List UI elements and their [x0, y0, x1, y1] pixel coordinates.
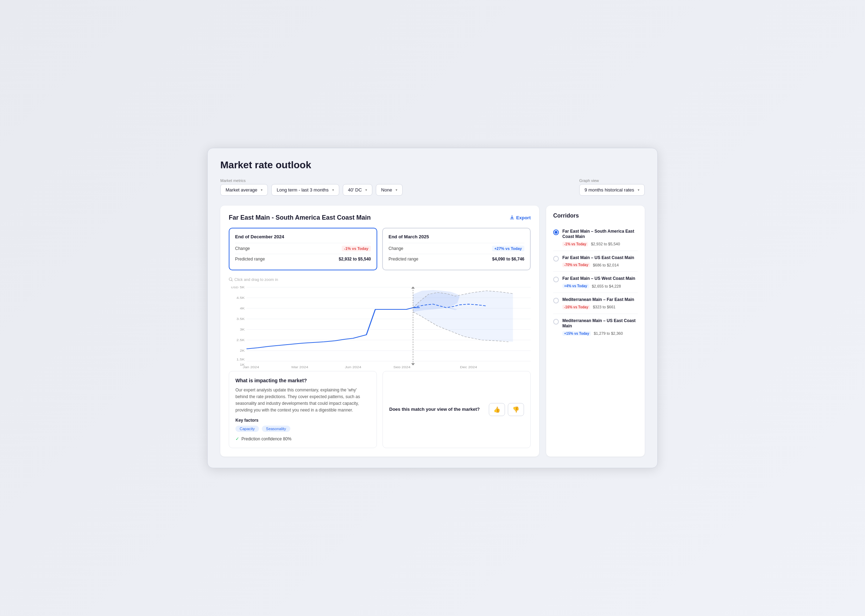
corridor-range-1: $686 to $2,014	[593, 263, 619, 267]
corridor-badge-2: +4% vs Today	[562, 284, 589, 288]
stat-card-dec: End of December 2024 Change -1% vs Today…	[229, 228, 377, 270]
impact-title: What is impacting the market?	[235, 378, 370, 383]
range-label-2: Predicted range	[389, 257, 418, 262]
feedback-text: Does this match your view of the market?	[389, 406, 480, 413]
svg-text:2.5K: 2.5K	[237, 338, 245, 342]
svg-text:Dec 2024: Dec 2024	[460, 365, 477, 368]
corridor-radio-0[interactable]	[553, 229, 559, 235]
impact-text: Our expert analysts update this commenta…	[235, 387, 370, 414]
corridor-radio-1[interactable]	[553, 256, 559, 262]
confidence-icon: ✓	[235, 436, 239, 442]
svg-marker-20	[411, 286, 415, 289]
thumbup-icon: 👍	[493, 407, 501, 413]
export-icon	[510, 215, 515, 220]
range-value-1: $2,932 to $5,540	[339, 257, 371, 262]
tag-seasonality: Seasonality	[262, 426, 290, 432]
corridor-radio-3[interactable]	[553, 298, 559, 303]
corridor-name-4: Mediterranean Main – US East Coast Main	[562, 318, 638, 329]
corridor-item[interactable]: Far East Main – US East Coast Main-70% v…	[553, 251, 638, 272]
none-dropdown[interactable]: None ▾	[376, 184, 403, 196]
chevron-down-icon-3: ▾	[365, 188, 367, 192]
corridor-item[interactable]: Far East Main – South America East Coast…	[553, 225, 638, 251]
corridor-name-0: Far East Main – South America East Coast…	[562, 229, 638, 240]
stat-row-change-2: Change +27% vs Today	[389, 243, 524, 254]
container-dropdown[interactable]: 40' DC ▾	[343, 184, 372, 196]
stat-card-dec-title: End of December 2024	[235, 234, 371, 239]
change-badge-1: -1% vs Today	[342, 246, 371, 251]
svg-text:USD: USD	[231, 286, 239, 289]
zoom-hint: Click and drag to zoom in	[229, 277, 531, 281]
svg-text:2K: 2K	[240, 349, 245, 352]
chevron-down-icon-4: ▾	[396, 188, 397, 192]
tags-container: Capacity Seasonality	[235, 426, 370, 432]
container-group: 40' DC ▾	[343, 178, 372, 196]
feedback-box: Does this match your view of the market?…	[383, 371, 531, 448]
market-metrics-group: Market metrics Market average ▾	[220, 178, 268, 196]
corridor-meta-2: +4% vs Today$2,655 to $4,228	[562, 284, 638, 288]
market-average-value: Market average	[226, 187, 257, 193]
corridor-range-4: $1,279 to $2,360	[594, 331, 623, 335]
corridors-panel: Corridors Far East Main – South America …	[546, 206, 645, 457]
chart-panel-title: Far East Main - South America East Coast…	[229, 214, 370, 222]
chart-panel-header: Far East Main - South America East Coast…	[229, 214, 531, 222]
corridor-info-2: Far East Main – US West Coast Main+4% vs…	[562, 276, 638, 288]
stat-card-mar-title: End of March 2025	[389, 234, 524, 239]
corridor-name-2: Far East Main – US West Coast Main	[562, 276, 638, 281]
corridor-item[interactable]: Mediterranean Main – Far East Main-16% v…	[553, 293, 638, 314]
corridors-list: Far East Main – South America East Coast…	[553, 225, 638, 340]
thumbs-up-button[interactable]: 👍	[489, 403, 505, 416]
feedback-actions: 👍 👎	[489, 403, 524, 416]
chart-panel: Far East Main - South America East Coast…	[220, 206, 539, 457]
corridor-range-2: $2,655 to $4,228	[592, 284, 621, 288]
corridor-meta-4: +15% vs Today$1,279 to $2,360	[562, 331, 638, 336]
corridor-info-4: Mediterranean Main – US East Coast Main+…	[562, 318, 638, 336]
chevron-down-icon: ▾	[261, 188, 262, 192]
historical-value: 9 months historical rates	[584, 187, 634, 193]
corridor-item[interactable]: Far East Main – US West Coast Main+4% vs…	[553, 272, 638, 293]
historical-dropdown[interactable]: 9 months historical rates ▾	[579, 184, 645, 196]
thumbdown-icon: 👎	[512, 407, 520, 413]
market-average-dropdown[interactable]: Market average ▾	[220, 184, 268, 196]
corridor-radio-4[interactable]	[553, 319, 559, 325]
corridor-badge-4: +15% vs Today	[562, 331, 591, 336]
zoom-hint-text: Click and drag to zoom in	[234, 277, 278, 281]
market-metrics-label: Market metrics	[220, 178, 268, 183]
chart-svg[interactable]: 5K 4.5K 4K 3.5K 3K 2.5K 2K 1.5K 1K USD	[229, 284, 531, 368]
main-content: Far East Main - South America East Coast…	[220, 206, 645, 457]
corridor-radio-2[interactable]	[553, 277, 559, 282]
thumbs-down-button[interactable]: 👎	[508, 403, 524, 416]
corridor-badge-0: -1% vs Today	[562, 242, 588, 247]
range-value-2: $4,090 to $6,746	[492, 257, 524, 262]
svg-text:Mar 2024: Mar 2024	[291, 365, 308, 368]
corridor-info-3: Mediterranean Main – Far East Main-16% v…	[562, 297, 638, 310]
corridor-item[interactable]: Mediterranean Main – US East Coast Main+…	[553, 314, 638, 340]
stat-cards: End of December 2024 Change -1% vs Today…	[229, 228, 531, 270]
container-value: 40' DC	[348, 187, 362, 193]
svg-text:5K: 5K	[240, 286, 245, 289]
svg-text:3K: 3K	[240, 328, 245, 331]
stat-card-mar: End of March 2025 Change +27% vs Today P…	[382, 228, 531, 270]
term-group: Long term - last 3 months ▾	[271, 178, 339, 196]
corridor-name-3: Mediterranean Main – Far East Main	[562, 297, 638, 303]
key-factors-label: Key factors	[235, 418, 370, 423]
none-group: None ▾	[376, 178, 403, 196]
prediction-confidence: ✓ Prediction confidence 80%	[235, 436, 370, 442]
corridor-meta-3: -16% vs Today$323 to $661	[562, 305, 638, 310]
corridor-range-0: $2,932 to $5,540	[591, 242, 620, 246]
export-button[interactable]: Export	[510, 215, 531, 220]
corridors-title: Corridors	[553, 213, 638, 219]
svg-text:4.5K: 4.5K	[237, 296, 245, 300]
corridor-info-0: Far East Main – South America East Coast…	[562, 229, 638, 247]
corridor-range-3: $323 to $661	[593, 305, 615, 309]
stat-row-range-2: Predicted range $4,090 to $6,746	[389, 254, 524, 264]
change-badge-2: +27% vs Today	[492, 246, 524, 251]
corridor-badge-3: -16% vs Today	[562, 305, 590, 310]
app-container: Market rate outlook Market metrics Marke…	[207, 148, 658, 468]
export-label: Export	[516, 215, 531, 220]
chevron-down-icon-2: ▾	[332, 188, 334, 192]
corridor-meta-1: -70% vs Today$686 to $2,014	[562, 262, 638, 267]
term-dropdown[interactable]: Long term - last 3 months ▾	[271, 184, 339, 196]
svg-text:1.5K: 1.5K	[237, 358, 245, 361]
page-title: Market rate outlook	[220, 159, 645, 171]
svg-text:Jan 2024: Jan 2024	[243, 365, 259, 368]
